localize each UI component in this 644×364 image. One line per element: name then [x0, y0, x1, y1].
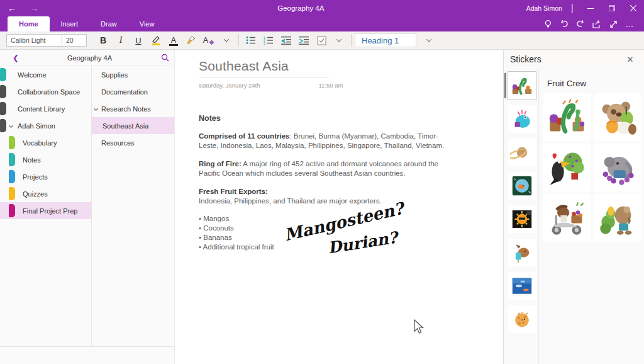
section-group-adah-simon[interactable]: Adah Simon: [0, 117, 91, 134]
notebook-navigation: ❮ Geography 4A Welcome Collaboration Spa…: [0, 50, 174, 364]
styles-chevron-icon[interactable]: [420, 33, 438, 47]
fullscreen-icon[interactable]: [608, 18, 619, 30]
sticker-snakes-with-fruit-baskets[interactable]: [543, 93, 591, 141]
signed-in-user[interactable]: Adah Simon: [526, 4, 562, 12]
font-color-icon[interactable]: A: [165, 33, 182, 47]
sections-list: Welcome Collaboration Space Content Libr…: [0, 66, 91, 346]
sticker-category-space-fishbowl[interactable]: [508, 172, 536, 200]
paragraph-fruit-exports[interactable]: Fresh Fruit Exports:Indonesia, Philippin…: [199, 187, 450, 206]
sticker-category-rail: [505, 69, 539, 364]
sticker-category-fox-popsicle[interactable]: [508, 239, 536, 266]
nav-footer: [0, 346, 174, 364]
nav-back-chevron-icon[interactable]: ❮: [8, 54, 24, 62]
sticker-elephant-with-grapes[interactable]: [594, 144, 641, 191]
section-color-tab: [9, 170, 15, 183]
numbered-list-icon[interactable]: 123: [260, 33, 277, 47]
page-title[interactable]: Southeast Asia: [199, 59, 478, 74]
section-collaboration-space[interactable]: Collaboration Space: [0, 83, 91, 100]
todo-checkbox-icon[interactable]: [313, 33, 330, 47]
search-icon[interactable]: [155, 54, 174, 62]
section-projects[interactable]: Projects: [0, 168, 91, 185]
bullet-list-icon[interactable]: [242, 33, 260, 47]
section-final-project-prep[interactable]: Final Project Prep: [0, 202, 91, 219]
stickers-panel-title: Stickers: [510, 54, 541, 64]
sticker-category-pufferfish[interactable]: [508, 305, 536, 333]
close-window-button[interactable]: [623, 0, 644, 16]
style-picker[interactable]: Heading 1: [355, 33, 416, 47]
section-color-tab: [9, 204, 15, 217]
mouse-cursor: [414, 319, 425, 337]
window-title: Geography 4A: [75, 4, 526, 12]
sticker-pack-title: Fruit Crew: [540, 69, 644, 91]
sticker-category-blue-monster[interactable]: [508, 105, 536, 133]
section-welcome[interactable]: Welcome: [0, 66, 91, 83]
sticker-category-ocean-fish[interactable]: [508, 272, 536, 300]
section-color-tab: [0, 119, 6, 132]
font-size-select[interactable]: 20: [62, 34, 87, 47]
paragraph-countries[interactable]: Comprised of 11 countries: Brunei, Burma…: [199, 132, 450, 151]
svg-text:3: 3: [264, 42, 265, 45]
notes-heading[interactable]: Notes: [199, 114, 478, 123]
section-color-tab: [9, 136, 15, 149]
section-color-tab: [9, 153, 15, 166]
section-notes[interactable]: Notes: [0, 151, 91, 168]
clear-formatting-icon[interactable]: A: [200, 33, 218, 47]
sticker-bear-with-mango-bush[interactable]: [594, 194, 641, 242]
pages-list: Supplies Documentation Research Notes So…: [91, 66, 174, 346]
forward-arrow-icon[interactable]: →: [30, 4, 39, 13]
sticker-pack-area: Fruit Crew: [540, 69, 644, 364]
titlebar-divider: |: [571, 3, 574, 14]
section-color-tab: [0, 68, 6, 81]
back-arrow-icon[interactable]: ←: [8, 4, 16, 13]
bold-button[interactable]: B: [94, 33, 112, 47]
redo-icon[interactable]: [575, 18, 586, 30]
highlighter-icon[interactable]: [147, 33, 165, 47]
format-painter-icon[interactable]: [182, 33, 200, 47]
sticker-category-pixel-sun[interactable]: [508, 205, 536, 233]
page-documentation[interactable]: Documentation: [92, 83, 174, 100]
increase-indent-icon[interactable]: [295, 33, 313, 47]
notebook-name[interactable]: Geography 4A: [24, 54, 155, 62]
paragraph-ring-of-fire[interactable]: Ring of Fire: A major ring of 452 active…: [199, 159, 450, 178]
tab-draw[interactable]: Draw: [89, 16, 128, 31]
section-content-library[interactable]: Content Library: [0, 100, 91, 117]
page-resources[interactable]: Resources: [92, 134, 174, 151]
font-options-chevron-icon[interactable]: [218, 33, 235, 47]
page-date: Saturday, January 24th: [199, 82, 260, 89]
sticker-tapir-on-fruit-scooter[interactable]: [543, 194, 591, 242]
section-color-tab: [0, 102, 6, 115]
sticker-category-fruit-crew[interactable]: [508, 72, 536, 100]
section-color-tab: [0, 85, 6, 98]
sticker-hornbill-with-fruit-tree[interactable]: [543, 144, 591, 191]
ribbon-tab-row: Home Insert Draw View …: [0, 16, 644, 31]
tab-home[interactable]: Home: [8, 16, 50, 31]
stickers-panel: Stickers ✕ Fruit Crew: [503, 50, 644, 364]
sticker-koala-with-coconut-drink[interactable]: [594, 93, 641, 141]
titlebar: ← → Geography 4A Adah Simon |: [0, 0, 644, 16]
more-icon[interactable]: …: [624, 18, 635, 30]
close-stickers-icon[interactable]: ✕: [624, 55, 636, 64]
tags-chevron-icon[interactable]: [330, 33, 348, 47]
page-time: 11:50 am: [319, 82, 343, 89]
tab-view[interactable]: View: [128, 16, 166, 31]
section-vocabulary[interactable]: Vocabulary: [0, 134, 91, 151]
lightbulb-icon[interactable]: [542, 18, 553, 30]
undo-icon[interactable]: [558, 18, 570, 30]
section-color-tab: [9, 187, 15, 200]
maximize-button[interactable]: [601, 0, 623, 16]
italic-button[interactable]: I: [112, 33, 130, 47]
tab-insert[interactable]: Insert: [50, 16, 90, 31]
sticker-category-saturn-planet[interactable]: [508, 139, 536, 166]
font-name-select[interactable]: Calibri Light: [6, 34, 62, 47]
section-quizzes[interactable]: Quizzes: [0, 185, 91, 202]
page-southeast-asia[interactable]: Southeast Asia: [92, 117, 174, 134]
underline-button[interactable]: U: [130, 33, 147, 47]
format-toolbar: Calibri Light 20 B I U A A 123 Heading 1: [0, 31, 644, 50]
page-editor[interactable]: Southeast Asia Saturday, January 24th 11…: [174, 50, 503, 364]
decrease-indent-icon[interactable]: [277, 33, 295, 47]
page-supplies[interactable]: Supplies: [92, 66, 174, 83]
page-research-notes[interactable]: Research Notes: [92, 100, 174, 117]
share-icon[interactable]: [591, 18, 602, 30]
minimize-button[interactable]: [580, 0, 601, 16]
title-divider: [199, 77, 330, 78]
